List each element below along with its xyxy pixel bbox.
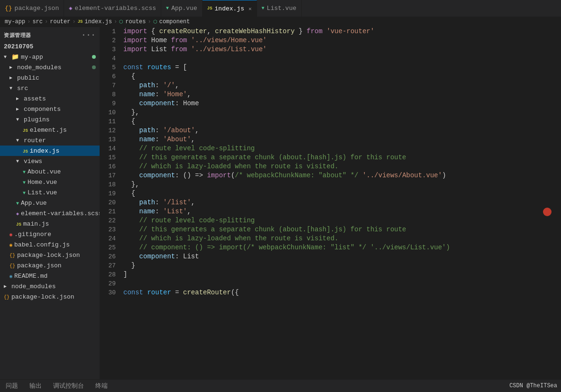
sidebar-item-router[interactable]: router: [0, 135, 100, 146]
sidebar-item-package-lock-root[interactable]: package-lock.json: [0, 292, 100, 302]
code-line-19[interactable]: 19 {: [100, 189, 561, 198]
line-number: 20: [100, 198, 121, 207]
line-number: 8: [100, 90, 121, 99]
code-line-11[interactable]: 11 {: [100, 117, 561, 126]
sidebar-item-babel-config[interactable]: babel.config.js: [0, 239, 100, 250]
code-line-10[interactable]: 10 },: [100, 108, 561, 117]
code-line-26[interactable]: 26 component: List: [100, 252, 561, 261]
code-line-18[interactable]: 18 },: [100, 180, 561, 189]
code-line-30[interactable]: 30const router = createRouter({: [100, 288, 561, 297]
bottom-tab-output[interactable]: 输出: [28, 382, 44, 390]
line-number: 25: [100, 243, 121, 252]
code-line-23[interactable]: 23 // this generates a separate chunk (a…: [100, 225, 561, 234]
code-line-14[interactable]: 14 // route level code-splitting: [100, 144, 561, 153]
line-number: 29: [100, 279, 121, 288]
sidebar-item-main-js[interactable]: main.js: [0, 219, 100, 229]
sidebar-item-my-app[interactable]: 📁 my-app: [0, 52, 100, 62]
line-content: name: 'About',: [121, 135, 561, 144]
code-line-4[interactable]: 4: [100, 54, 561, 63]
code-line-9[interactable]: 9 component: Home: [100, 99, 561, 108]
line-number: 24: [100, 234, 121, 243]
js-breadcrumb-icon: JS: [78, 19, 83, 24]
breadcrumb-index-js[interactable]: index.js: [84, 18, 112, 25]
code-line-24[interactable]: 24 // which is lazy-loaded when the rout…: [100, 234, 561, 243]
arrow-down-icon-2: [9, 86, 17, 91]
code-line-2[interactable]: 2import Home from '../views/Home.vue': [100, 36, 561, 45]
line-number: 4: [100, 54, 121, 63]
scss-icon: ◈: [69, 5, 72, 12]
tab-index-js[interactable]: JS index.js ✕: [202, 0, 257, 17]
sidebar-item-package-lock[interactable]: package-lock.json: [0, 250, 100, 260]
code-line-13[interactable]: 13 name: 'About',: [100, 135, 561, 144]
breadcrumb-routes[interactable]: routes: [125, 18, 146, 25]
breadcrumb-my-app[interactable]: my-app: [5, 18, 25, 25]
sidebar-item-public[interactable]: public: [0, 73, 100, 83]
line-number: 30: [100, 288, 121, 297]
sidebar-item-index-js[interactable]: index.js: [0, 146, 100, 156]
vue-icon-2: ▼: [262, 6, 265, 11]
sidebar-item-gitignore[interactable]: .gitignore: [0, 229, 100, 239]
bottom-tab-terminal[interactable]: 终端: [93, 382, 110, 390]
sidebar-item-src[interactable]: src: [0, 83, 100, 93]
breadcrumb-router[interactable]: router: [50, 18, 70, 25]
line-content: // which is lazy-loaded when the route i…: [121, 162, 561, 171]
tab-close-button[interactable]: ✕: [248, 6, 252, 12]
line-content: import List from '../views/List.vue': [121, 45, 561, 54]
sidebar: 资源管理器 ··· 20210705 📁 my-app node_modules…: [0, 27, 100, 379]
js-file-icon-3: [16, 220, 23, 228]
sidebar-item-readme[interactable]: README.md: [0, 271, 100, 281]
line-content: const router = createRouter({: [121, 288, 561, 297]
line-content: path: '/about',: [121, 126, 561, 135]
line-content: path: '/',: [121, 81, 561, 90]
code-line-6[interactable]: 6 {: [100, 72, 561, 81]
arrow-right-icon-2: [9, 75, 17, 81]
sidebar-item-element-variables[interactable]: element-variables.scss: [0, 208, 100, 219]
breadcrumb-src[interactable]: src: [32, 18, 43, 25]
tab-app-vue[interactable]: ▼ App.vue: [161, 0, 202, 17]
vue-breadcrumb-icon: ⬡: [119, 19, 123, 25]
sidebar-item-about-vue[interactable]: About.vue: [0, 166, 100, 177]
line-number: 12: [100, 126, 121, 135]
code-line-5[interactable]: 5const routes = [: [100, 63, 561, 72]
code-area[interactable]: 1import { createRouter, createWebHashHis…: [100, 27, 561, 379]
code-line-27[interactable]: 27 }: [100, 261, 561, 270]
code-line-8[interactable]: 8 name: 'Home',: [100, 90, 561, 99]
sidebar-item-node-modules[interactable]: node_modules: [0, 62, 100, 73]
code-line-3[interactable]: 3import List from '../views/List.vue': [100, 45, 561, 54]
code-line-29[interactable]: 29: [100, 279, 561, 288]
arrow-right-icon-5: [4, 283, 11, 289]
code-line-20[interactable]: 20 path: '/list',: [100, 198, 561, 207]
sidebar-item-list-vue[interactable]: List.vue: [0, 187, 100, 198]
sidebar-item-node-modules-root[interactable]: node_modules: [0, 281, 100, 292]
code-line-15[interactable]: 15 // this generates a separate chunk (a…: [100, 153, 561, 162]
code-line-25[interactable]: 25 // component: () => import(/* webpack…: [100, 243, 561, 252]
code-line-21[interactable]: 21 name: 'List',: [100, 207, 561, 216]
sidebar-item-components[interactable]: components: [0, 104, 100, 114]
tab-list-vue[interactable]: ▼ List.vue: [257, 0, 302, 17]
code-line-1[interactable]: 1import { createRouter, createWebHashHis…: [100, 27, 561, 36]
sidebar-item-package-json[interactable]: package.json: [0, 260, 100, 271]
bottom-tab-debug[interactable]: 调试控制台: [51, 382, 86, 390]
sidebar-item-home-vue[interactable]: Home.vue: [0, 177, 100, 187]
sidebar-item-plugins[interactable]: plugins: [0, 114, 100, 125]
breadcrumb: my-app › src › router › JS index.js › ⬡ …: [0, 17, 561, 27]
code-line-22[interactable]: 22 // route level code-splitting: [100, 216, 561, 225]
sidebar-item-element-js[interactable]: element.js: [0, 125, 100, 135]
code-line-16[interactable]: 16 // which is lazy-loaded when the rout…: [100, 162, 561, 171]
sidebar-item-app-vue[interactable]: App.vue: [0, 198, 100, 208]
sidebar-more-button[interactable]: ···: [82, 31, 96, 39]
code-line-12[interactable]: 12 path: '/about',: [100, 126, 561, 135]
code-line-7[interactable]: 7 path: '/',: [100, 81, 561, 90]
bottom-tab-problems[interactable]: 问题: [4, 382, 20, 390]
sidebar-item-views[interactable]: views: [0, 156, 100, 166]
status-dot-2: [92, 65, 96, 69]
line-content: import Home from '../views/Home.vue': [121, 36, 561, 45]
line-content: name: 'Home',: [121, 90, 561, 99]
code-line-28[interactable]: 28]: [100, 270, 561, 279]
breadcrumb-component[interactable]: component: [159, 18, 190, 25]
tab-element-variables-scss[interactable]: ◈ element-variables.scss: [64, 0, 161, 17]
code-line-17[interactable]: 17 component: () => import(/* webpackChu…: [100, 171, 561, 180]
editor[interactable]: 1import { createRouter, createWebHashHis…: [100, 27, 561, 379]
sidebar-item-assets[interactable]: assets: [0, 93, 100, 104]
tab-package-json[interactable]: {} package.json: [0, 0, 64, 17]
